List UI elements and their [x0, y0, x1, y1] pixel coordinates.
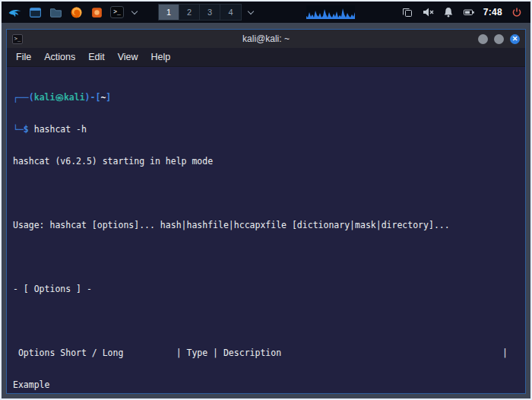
kali-menu-icon	[8, 6, 21, 19]
status-tray: 7:48	[401, 6, 526, 18]
app-orange-icon	[90, 6, 103, 19]
prompt-line-1: ┌──(kali㉿kali)-[~]	[13, 92, 519, 103]
terminal-output[interactable]: ┌──(kali㉿kali)-[~] └─$ hashcat -h hashca…	[7, 67, 525, 393]
window-title: kali@kali: ~	[7, 33, 525, 44]
workspace-4[interactable]: 4	[220, 5, 241, 20]
terminal-line: Usage: hashcat [options]... hash|hashfil…	[13, 220, 519, 230]
terminal-line	[13, 252, 519, 262]
prompt-command: hashcat -h	[29, 124, 87, 135]
cpu-graph-icon	[306, 5, 355, 19]
menu-view[interactable]: View	[118, 52, 138, 62]
battery-icon[interactable]	[463, 6, 475, 18]
clipboard-icon[interactable]	[401, 6, 413, 18]
menu-bar: File Actions Edit View Help	[7, 48, 525, 67]
menu-edit[interactable]: Edit	[88, 52, 105, 62]
firefox-icon	[70, 6, 83, 19]
app-orange-launcher[interactable]	[88, 4, 105, 21]
terminal-line: Options Short / Long | Type | Descriptio…	[13, 348, 519, 358]
terminal-window: >_ kali@kali: ~ ✕ File Actions Edit View…	[6, 29, 526, 394]
desktop: >_ 1 2 3 4	[0, 0, 532, 400]
folder-icon	[49, 6, 62, 19]
prompt-line-2: └─$ hashcat -h	[13, 124, 519, 135]
folder-launcher[interactable]	[47, 4, 64, 21]
workspace-dropdown-chevron-icon[interactable]	[248, 8, 254, 14]
launcher-dropdown-chevron-icon[interactable]	[131, 8, 138, 14]
terminal-line	[13, 188, 519, 198]
cpu-graph-widget[interactable]	[306, 5, 355, 20]
notifications-bell-icon[interactable]	[442, 6, 454, 18]
terminal-line: Example	[13, 379, 519, 390]
files-launcher[interactable]	[27, 4, 43, 21]
menu-file[interactable]: File	[16, 52, 31, 62]
prompt-frame: ┌──(	[13, 92, 34, 103]
clock[interactable]: 7:48	[483, 7, 502, 17]
top-panel: >_ 1 2 3 4	[2, 2, 530, 23]
minimize-button[interactable]	[478, 34, 488, 44]
kali-menu-button[interactable]	[6, 4, 23, 21]
terminal-icon: >_	[110, 6, 124, 18]
workspace-2[interactable]: 2	[179, 5, 200, 20]
firefox-launcher[interactable]	[68, 4, 84, 21]
window-titlebar[interactable]: >_ kali@kali: ~ ✕	[7, 30, 525, 48]
workspace-3[interactable]: 3	[200, 5, 220, 20]
menu-actions[interactable]: Actions	[44, 52, 75, 62]
window-controls: ✕	[478, 34, 520, 44]
volume-muted-icon[interactable]	[422, 6, 434, 18]
prompt-frame: └─$	[13, 124, 29, 135]
prompt-frame: )-[	[85, 92, 101, 103]
terminal-line: - [ Options ] -	[13, 284, 519, 294]
files-window-icon	[29, 6, 42, 19]
window-terminal-icon: >_	[12, 34, 23, 44]
prompt-user: kali㉿kali	[34, 92, 85, 103]
power-icon[interactable]	[511, 6, 523, 18]
maximize-button[interactable]	[494, 34, 504, 44]
prompt-frame: ]	[106, 92, 111, 103]
close-button[interactable]: ✕	[510, 34, 520, 44]
menu-help[interactable]: Help	[151, 52, 171, 62]
workspace-1[interactable]: 1	[159, 5, 179, 20]
terminal-line	[13, 316, 519, 326]
terminal-launcher[interactable]: >_	[109, 4, 125, 21]
terminal-line: hashcat (v6.2.5) starting in help mode	[13, 156, 519, 167]
workspace-switcher: 1 2 3 4	[158, 4, 242, 21]
